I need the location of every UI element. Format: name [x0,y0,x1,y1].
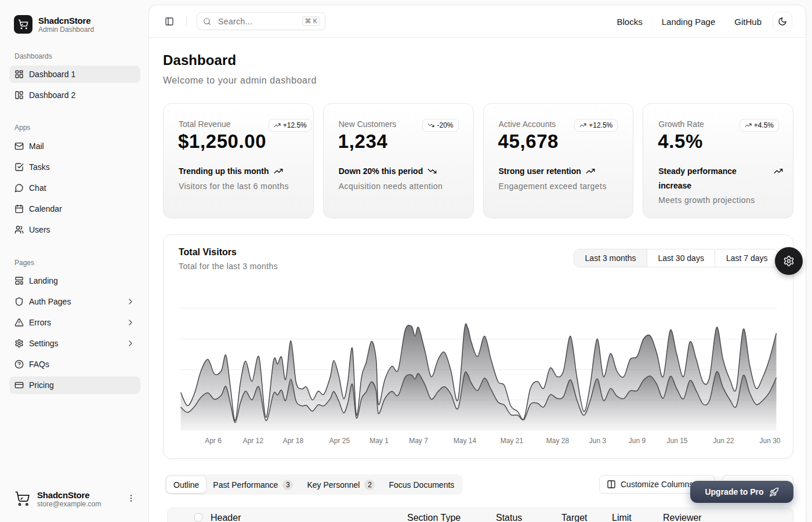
svg-text:May 14: May 14 [454,437,477,445]
svg-text:Jun 3: Jun 3 [589,437,607,445]
svg-text:Apr 6: Apr 6 [205,437,222,445]
svg-text:Jun 15: Jun 15 [666,437,687,445]
svg-text:May 28: May 28 [546,437,570,445]
svg-text:Apr 18: Apr 18 [283,437,304,445]
svg-text:Jun 9: Jun 9 [629,437,646,445]
svg-text:Jun 22: Jun 22 [713,437,734,445]
svg-text:May 1: May 1 [369,437,389,445]
svg-text:May 21: May 21 [501,437,524,445]
svg-text:Apr 12: Apr 12 [243,437,264,445]
svg-text:May 7: May 7 [409,437,428,445]
svg-text:Jun 30: Jun 30 [759,437,780,445]
svg-text:Apr 25: Apr 25 [329,437,350,445]
